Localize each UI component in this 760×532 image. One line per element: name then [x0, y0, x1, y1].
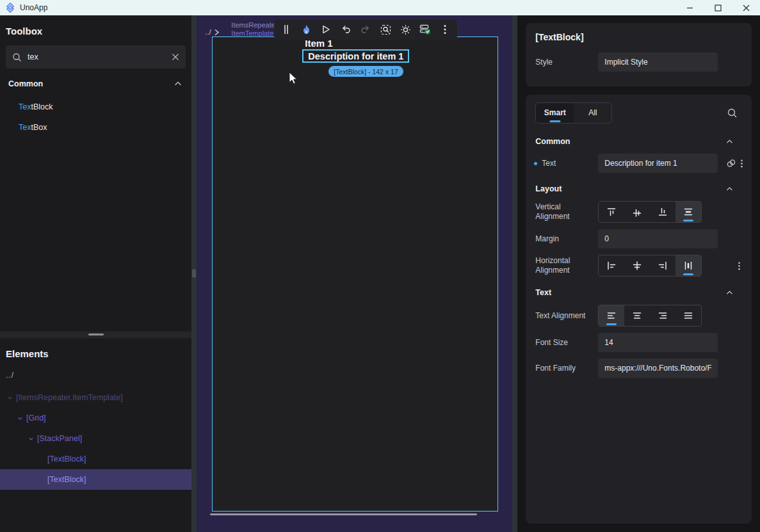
more-options-icon[interactable]: [738, 262, 740, 270]
redo-icon[interactable]: [360, 24, 371, 35]
toolbox-search-input[interactable]: [28, 52, 172, 61]
play-button-icon[interactable]: [320, 24, 332, 35]
font-size-input[interactable]: [598, 333, 718, 352]
elements-tree: [ItemsRepeater.ItemTemplate] [Grid] [Sta…: [0, 387, 191, 490]
valign-stretch-button[interactable]: [675, 202, 701, 222]
horizontal-alignment-row: Horizontal Alignment: [535, 255, 747, 277]
canvas-breadcrumb[interactable]: ItemsRepeater ItemTemplate: [231, 21, 277, 38]
tree-item-textblock-1[interactable]: [TextBlock]: [0, 449, 191, 469]
toolbox-title: Toolbox: [0, 15, 191, 44]
halign-left-button[interactable]: [599, 255, 624, 276]
match-text: Tex: [19, 123, 31, 132]
canvas-horizontal-scrollbar[interactable]: [210, 513, 477, 515]
up-level-label: ../: [205, 28, 211, 36]
inspector-tabs: Smart All: [535, 100, 747, 125]
breadcrumb-itemsrepeater[interactable]: ItemsRepeater: [231, 21, 277, 29]
section-text[interactable]: Text: [535, 288, 747, 297]
panel-splitter[interactable]: [0, 332, 191, 338]
style-label: Style: [535, 58, 598, 67]
design-canvas[interactable]: ../ ItemsRepeater ItemTemplate: [197, 15, 512, 532]
connection-status-icon[interactable]: [419, 24, 431, 35]
section-layout[interactable]: Layout: [535, 184, 747, 193]
textalign-center-button[interactable]: [624, 305, 650, 326]
inspector-properties-card: Smart All Common Text: [526, 95, 752, 524]
close-button[interactable]: [732, 0, 760, 15]
valign-center-button[interactable]: [624, 202, 650, 222]
margin-row: Margin: [535, 229, 747, 248]
uno-logo-icon: [5, 3, 15, 13]
mouse-cursor-icon: [289, 72, 298, 85]
tree-item-label: [TextBlock]: [47, 455, 86, 463]
binding-icon[interactable]: [725, 157, 737, 169]
valign-top-button[interactable]: [599, 202, 624, 222]
section-common-label: Common: [535, 137, 570, 146]
halign-right-button[interactable]: [650, 255, 675, 276]
left-sidebar: Toolbox Common TextBlock Tex: [0, 15, 191, 532]
tree-item-stackpanel[interactable]: [StackPanel]: [0, 428, 191, 449]
tree-item-label: [ItemsRepeater.ItemTemplate]: [16, 393, 123, 402]
text-alignment-label: Text Alignment: [535, 311, 598, 321]
chevron-down-icon[interactable]: [17, 415, 24, 422]
theme-toggle-sun-icon[interactable]: [400, 24, 411, 35]
properties-search-icon[interactable]: [727, 108, 738, 118]
splitter-grip-icon: [88, 334, 104, 335]
maximize-button[interactable]: [704, 0, 732, 15]
rest-text: tBlock: [31, 102, 53, 111]
chevron-down-icon[interactable]: [28, 435, 35, 442]
search-icon: [12, 52, 22, 62]
canvas-scrollbar-track[interactable]: [512, 15, 517, 532]
elements-panel: Elements ../ [ItemsRepeater.ItemTemplate…: [0, 338, 191, 532]
textalign-right-button[interactable]: [650, 305, 675, 326]
font-family-input[interactable]: [598, 359, 718, 378]
chevron-up-icon: [174, 79, 182, 88]
hot-reload-flame-icon[interactable]: [300, 24, 312, 35]
valign-bottom-button[interactable]: [650, 202, 675, 222]
textalign-left-button[interactable]: [599, 305, 624, 326]
element-picker-icon[interactable]: [380, 24, 391, 35]
toolbox-item-textblock[interactable]: TextBlock: [0, 97, 191, 117]
app-title: UnoApp: [20, 3, 47, 12]
vertical-alignment-group: [598, 201, 702, 223]
halign-center-button[interactable]: [624, 255, 650, 276]
undo-icon[interactable]: [340, 24, 352, 35]
elements-root-crumb[interactable]: ../: [0, 367, 191, 383]
section-label: Common: [8, 79, 43, 88]
vertical-alignment-row: Vertical Alignment: [535, 201, 747, 223]
more-options-icon[interactable]: [439, 24, 451, 35]
text-alignment-row: Text Alignment: [535, 305, 747, 326]
more-options-icon[interactable]: [741, 159, 743, 168]
tree-item-label: [TextBlock]: [47, 475, 86, 484]
minimize-button[interactable]: [675, 0, 704, 15]
tab-all[interactable]: All: [574, 103, 611, 123]
design-surface[interactable]: Item 1 Description for item 1 [TextBlock…: [212, 36, 498, 512]
drag-handle-icon[interactable]: [280, 24, 292, 35]
tree-item-itemsrepeater-itemtemplate[interactable]: [ItemsRepeater.ItemTemplate]: [0, 387, 191, 408]
toolbox-search[interactable]: [6, 45, 186, 69]
vertical-alignment-label: Vertical Alignment: [535, 202, 575, 222]
horizontal-alignment-label: Horizontal Alignment: [535, 256, 575, 275]
margin-input[interactable]: [598, 229, 718, 248]
rest-text: tBox: [31, 123, 47, 132]
breadcrumb-itemtemplate[interactable]: ItemTemplate: [231, 29, 277, 38]
tree-item-textblock-2-selected[interactable]: [TextBlock]: [0, 469, 191, 490]
selected-textblock[interactable]: Description for item 1: [302, 49, 409, 63]
selection-size-badge: [TextBlock] - 142 x 17: [328, 66, 403, 77]
section-common[interactable]: Common: [535, 137, 747, 146]
font-size-label: Font Size: [535, 338, 598, 348]
halign-stretch-button[interactable]: [675, 255, 701, 276]
toolbox-section-common[interactable]: Common: [0, 71, 191, 97]
font-family-label: Font Family: [535, 364, 598, 373]
chevron-down-icon[interactable]: [6, 394, 13, 401]
inspected-element-title: [TextBlock]: [535, 32, 742, 42]
left-scrollbar-track[interactable]: [191, 15, 197, 532]
canvas-breadcrumb-up[interactable]: ../: [205, 28, 219, 36]
style-input[interactable]: [598, 52, 718, 72]
tab-smart[interactable]: Smart: [536, 103, 574, 123]
textalign-justify-button[interactable]: [675, 305, 701, 326]
text-value-input[interactable]: [598, 154, 718, 173]
clear-search-icon[interactable]: [172, 53, 179, 61]
scrollbar-thumb[interactable]: [192, 269, 196, 278]
section-layout-label: Layout: [535, 184, 562, 193]
tree-item-grid[interactable]: [Grid]: [0, 408, 191, 428]
toolbox-item-textbox[interactable]: TextBox: [0, 117, 191, 138]
